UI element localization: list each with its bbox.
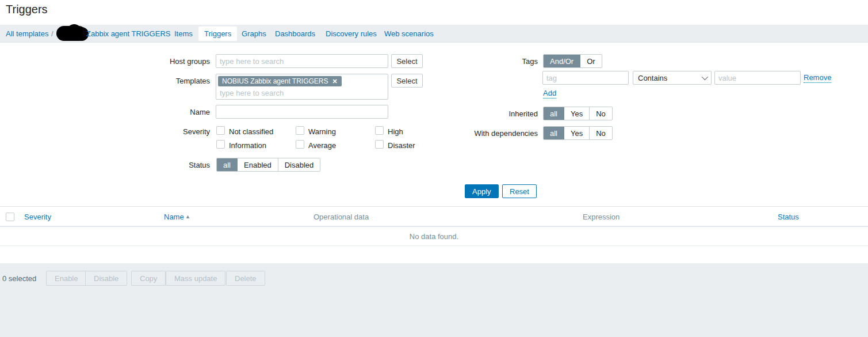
tab-graphs[interactable]: Graphs [242, 29, 266, 38]
column-header-expression: Expression [583, 213, 620, 221]
redaction-blob [56, 26, 86, 41]
tab-dashboards[interactable]: Dashboards [275, 29, 315, 38]
tag-remove-link[interactable]: Remove [804, 73, 831, 83]
enable-button[interactable]: Enable [46, 271, 86, 286]
table-header-row: Severity Name ▲ Operational data Express… [0, 206, 868, 227]
severity-option-label: Warning [308, 127, 336, 136]
tags-mode-segmented-control: And/Or Or [543, 54, 602, 68]
with-dependencies-option-no[interactable]: No [590, 127, 612, 139]
tag-value-input[interactable] [714, 71, 801, 85]
name-input[interactable] [216, 105, 388, 119]
inherited-label: Inherited [443, 109, 538, 118]
templates-label: Templates [115, 77, 210, 85]
severity-label: Severity [115, 127, 210, 136]
reset-button[interactable]: Reset [502, 184, 537, 198]
host-groups-label: Host groups [115, 57, 210, 66]
inherited-option-no[interactable]: No [590, 107, 612, 120]
column-header-operational-data: Operational data [313, 213, 369, 221]
severity-checkbox-warning[interactable] [296, 126, 304, 135]
tab-web-scenarios[interactable]: Web scenarios [384, 29, 434, 38]
page-title: Triggers [6, 3, 48, 16]
status-option-enabled[interactable]: Enabled [238, 158, 278, 171]
apply-button[interactable]: Apply [465, 184, 499, 198]
select-all-checkbox[interactable] [6, 213, 14, 221]
tag-name-input[interactable] [542, 71, 629, 85]
severity-checkbox-disaster[interactable] [375, 140, 384, 149]
triggers-page: Triggers All templates / Zabbix agent TR… [0, 0, 868, 337]
status-option-disabled[interactable]: Disabled [278, 158, 320, 171]
no-data-message: No data found. [410, 232, 458, 241]
inherited-segmented-control: all Yes No [543, 107, 613, 120]
template-chip: NOBIUS Zabbix agent TRIGGERS ✕ [218, 76, 342, 86]
status-segmented-control: all Enabled Disabled [216, 158, 320, 172]
tag-operator-select[interactable]: Contains [633, 71, 712, 85]
with-dependencies-segmented-control: all Yes No [543, 126, 613, 140]
with-dependencies-option-yes[interactable]: Yes [564, 127, 590, 139]
severity-option-label: Information [229, 141, 266, 150]
breadcrumb-separator: / [51, 29, 53, 38]
disable-button[interactable]: Disable [85, 271, 127, 286]
tag-operator-value: Contains [638, 74, 667, 82]
selected-count: 0 selected [2, 274, 36, 283]
footer-action-bar: 0 selected Enable Disable Copy Mass upda… [0, 264, 868, 337]
chevron-down-icon [702, 74, 708, 80]
copy-button[interactable]: Copy [131, 271, 166, 286]
nav-bar: All templates / Zabbix agent TRIGGERS It… [0, 25, 868, 43]
delete-button[interactable]: Delete [226, 271, 265, 286]
severity-option-label: Not classified [229, 127, 273, 136]
tags-mode-andor[interactable]: And/Or [544, 55, 580, 67]
name-label: Name [115, 108, 210, 116]
chip-close-icon[interactable]: ✕ [332, 77, 338, 85]
severity-checkbox-not-classified[interactable] [216, 126, 225, 135]
column-header-severity[interactable]: Severity [24, 213, 51, 221]
table-empty-row: No data found. [0, 227, 868, 246]
inherited-option-yes[interactable]: Yes [564, 107, 590, 120]
templates-multiselect[interactable]: NOBIUS Zabbix agent TRIGGERS ✕ type here… [216, 74, 388, 100]
template-chip-label: NOBIUS Zabbix agent TRIGGERS [222, 77, 328, 85]
severity-option-label: Disaster [388, 141, 415, 150]
with-dependencies-option-all[interactable]: all [544, 127, 564, 139]
host-groups-input[interactable] [216, 54, 388, 68]
tags-label: Tags [443, 57, 538, 66]
tag-add-link[interactable]: Add [543, 89, 556, 99]
with-dependencies-label: With dependencies [443, 129, 538, 138]
severity-option-label: Average [308, 141, 336, 150]
breadcrumb-all-templates[interactable]: All templates [6, 29, 48, 38]
table-blank-row [0, 246, 868, 264]
tab-discovery-rules[interactable]: Discovery rules [326, 29, 377, 38]
severity-checkbox-high[interactable] [375, 126, 384, 135]
tab-items[interactable]: Items [174, 29, 193, 38]
inherited-option-all[interactable]: all [544, 107, 564, 120]
templates-search-placeholder[interactable]: type here to search [218, 86, 386, 97]
status-label: Status [115, 161, 210, 169]
severity-checkbox-average[interactable] [296, 140, 304, 149]
sort-asc-icon: ▲ [185, 214, 190, 219]
tab-triggers[interactable]: Triggers [198, 26, 237, 41]
mass-update-button[interactable]: Mass update [166, 271, 225, 286]
severity-option-label: High [388, 127, 403, 136]
severity-checkbox-information[interactable] [216, 140, 225, 149]
column-header-name[interactable]: Name [164, 213, 184, 221]
templates-select-button[interactable]: Select [391, 74, 423, 88]
host-groups-select-button[interactable]: Select [391, 54, 423, 68]
column-header-status[interactable]: Status [778, 213, 799, 221]
tags-mode-or[interactable]: Or [580, 55, 601, 67]
status-option-all[interactable]: all [217, 158, 238, 171]
breadcrumb-template-link[interactable]: Zabbix agent TRIGGERS [86, 29, 170, 38]
